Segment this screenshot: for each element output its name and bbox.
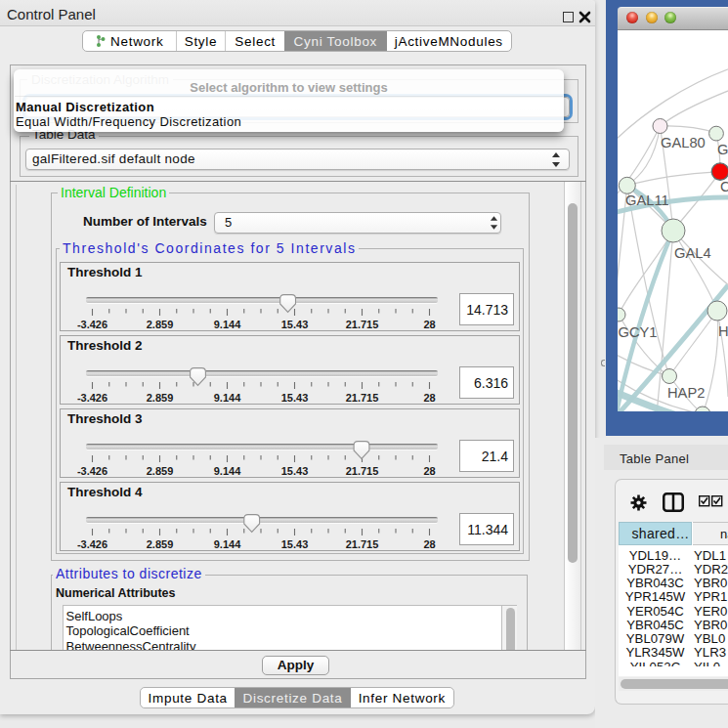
svg-text:HA: HA	[718, 323, 728, 339]
svg-text:GAL4: GAL4	[674, 245, 711, 261]
svg-text:CR: CR	[720, 179, 728, 194]
svg-text:GAL6: GAL6	[717, 142, 728, 157]
svg-text:GCY1: GCY1	[619, 324, 658, 340]
svg-text:GAL80: GAL80	[661, 135, 706, 150]
svg-text:HAP2: HAP2	[667, 385, 705, 401]
svg-text:GAL11: GAL11	[625, 193, 669, 208]
